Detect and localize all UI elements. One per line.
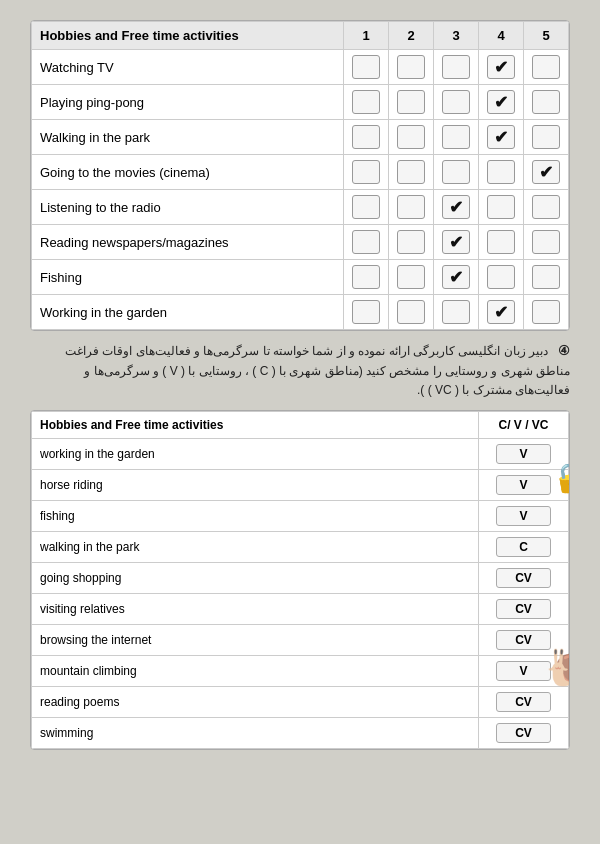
checkbox-cell [532, 55, 560, 79]
checkbox-cell [487, 125, 515, 149]
snail-icon: 🐌 [546, 647, 570, 689]
checkbox-cell [352, 195, 380, 219]
activity-label: Fishing [32, 260, 344, 295]
instruction-text: دبیر زبان انگلیسی کاربرگی ارائه نموده و … [65, 344, 570, 397]
check-cell-1-2 [434, 85, 479, 120]
checkbox-cell [442, 125, 470, 149]
activity-value: C [479, 532, 569, 563]
checkbox-cell [442, 195, 470, 219]
checkbox-cell [352, 230, 380, 254]
checkbox-cell [532, 90, 560, 114]
value-box: V [496, 475, 551, 495]
bottom-header-activity: Hobbies and Free time activities [32, 412, 479, 439]
activity-label: Reading newspapers/magazines [32, 225, 344, 260]
checkbox-cell [397, 55, 425, 79]
check-cell-4-2 [434, 190, 479, 225]
check-cell-1-3 [479, 85, 524, 120]
list-item: fishingV [32, 501, 569, 532]
checkbox-cell [487, 90, 515, 114]
checkbox-cell [532, 265, 560, 289]
checkbox-cell [532, 230, 560, 254]
check-cell-2-2 [434, 120, 479, 155]
value-box: C [496, 537, 551, 557]
list-item: visiting relativesCV [32, 594, 569, 625]
checkbox-cell [487, 160, 515, 184]
instruction-number: ④ [558, 343, 570, 358]
check-cell-0-0 [344, 50, 389, 85]
activity-label: mountain climbing [32, 656, 479, 687]
top-header-col4: 4 [479, 22, 524, 50]
check-cell-1-1 [389, 85, 434, 120]
top-header-col3: 3 [434, 22, 479, 50]
list-item: working in the gardenV [32, 439, 569, 470]
list-item: swimmingCV [32, 718, 569, 749]
activity-label: Going to the movies (cinema) [32, 155, 344, 190]
activity-label: visiting relatives [32, 594, 479, 625]
top-section: Hobbies and Free time activities 1 2 3 4… [30, 20, 570, 331]
table-row: Walking in the park [32, 120, 569, 155]
check-cell-4-1 [389, 190, 434, 225]
value-box: V [496, 444, 551, 464]
checkbox-cell [487, 230, 515, 254]
check-cell-3-4 [524, 155, 569, 190]
value-box: V [496, 506, 551, 526]
checkbox-cell [442, 160, 470, 184]
check-cell-0-3 [479, 50, 524, 85]
bottom-header-value: C/ V / VC [479, 412, 569, 439]
check-cell-7-2 [434, 295, 479, 330]
check-cell-5-2 [434, 225, 479, 260]
top-header-col5: 5 [524, 22, 569, 50]
check-cell-7-1 [389, 295, 434, 330]
activity-label: working in the garden [32, 439, 479, 470]
activity-label: horse riding [32, 470, 479, 501]
activity-value: CV [479, 594, 569, 625]
value-box: CV [496, 630, 551, 650]
activity-value: CV [479, 687, 569, 718]
activity-label: Playing ping-pong [32, 85, 344, 120]
checkbox-cell [487, 195, 515, 219]
check-cell-3-1 [389, 155, 434, 190]
checkbox-cell [397, 230, 425, 254]
check-cell-2-1 [389, 120, 434, 155]
checkbox-cell [442, 90, 470, 114]
check-cell-4-0 [344, 190, 389, 225]
checkbox-cell [397, 265, 425, 289]
checkbox-cell [442, 230, 470, 254]
table-row: Fishing [32, 260, 569, 295]
check-cell-1-0 [344, 85, 389, 120]
top-table: Hobbies and Free time activities 1 2 3 4… [31, 21, 569, 330]
value-box: CV [496, 568, 551, 588]
list-item: browsing the internetCV [32, 625, 569, 656]
top-header-col1: 1 [344, 22, 389, 50]
top-header-col2: 2 [389, 22, 434, 50]
table-row: Listening to the radio [32, 190, 569, 225]
activity-label: Working in the garden [32, 295, 344, 330]
instruction-block: ④ دبیر زبان انگلیسی کاربرگی ارائه نموده … [30, 341, 570, 400]
activity-label: reading poems [32, 687, 479, 718]
activity-label: browsing the internet [32, 625, 479, 656]
value-box: CV [496, 723, 551, 743]
activity-label: fishing [32, 501, 479, 532]
table-row: Reading newspapers/magazines [32, 225, 569, 260]
check-cell-5-1 [389, 225, 434, 260]
check-cell-6-4 [524, 260, 569, 295]
activity-label: going shopping [32, 563, 479, 594]
check-cell-6-3 [479, 260, 524, 295]
check-cell-0-2 [434, 50, 479, 85]
value-box: CV [496, 692, 551, 712]
check-cell-5-4 [524, 225, 569, 260]
list-item: mountain climbingV [32, 656, 569, 687]
check-cell-7-3 [479, 295, 524, 330]
activity-value: V [479, 501, 569, 532]
check-cell-2-4 [524, 120, 569, 155]
check-cell-0-4 [524, 50, 569, 85]
checkbox-cell [352, 125, 380, 149]
table-row: Going to the movies (cinema) [32, 155, 569, 190]
list-item: walking in the parkC [32, 532, 569, 563]
check-cell-5-0 [344, 225, 389, 260]
checkbox-cell [487, 300, 515, 324]
check-cell-3-0 [344, 155, 389, 190]
check-cell-4-4 [524, 190, 569, 225]
checkbox-cell [352, 90, 380, 114]
table-row: Watching TV [32, 50, 569, 85]
